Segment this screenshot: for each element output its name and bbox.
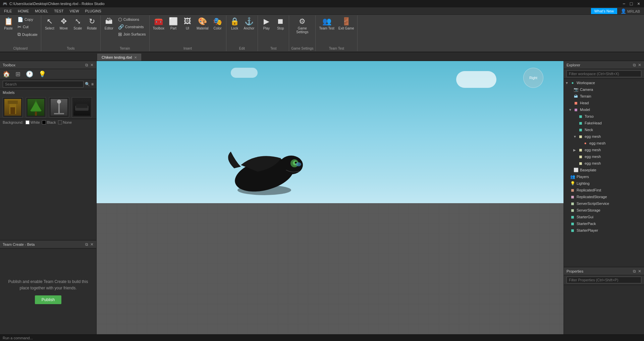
model-item-dark[interactable] [72,97,92,117]
filter-icon[interactable]: ≡ [91,82,94,87]
tree-egg-mesh-3[interactable]: ◼ egg mesh [564,153,644,160]
minimize-button[interactable]: − [621,1,627,6]
game-settings-button[interactable]: ⚙ Game Settings [295,16,310,35]
move-button[interactable]: ✥ Move [57,16,70,31]
tree-terrain[interactable]: 🏔 Terrain [564,93,644,100]
ground [97,203,564,334]
menu-test[interactable]: TEST [51,8,66,14]
join-surfaces-button[interactable]: ⊞ Join Surfaces [117,31,147,38]
properties-close-icon[interactable]: ✕ [638,269,641,274]
model-item-tree[interactable] [26,97,46,117]
toolbox-search-input[interactable] [3,81,84,88]
menu-model[interactable]: MODEL [32,8,51,14]
server-storage-label: ServerStorage [577,208,600,212]
egg-mesh-parent-arrow: ▼ [573,135,578,138]
menu-view[interactable]: VIEW [67,8,82,14]
tab-close-icon[interactable]: ✕ [134,56,137,59]
toolbox-panel: Toolbox ⧉ ✕ 🏠 ⊞ 🕐 💡 🔍 ≡ Models [0,61,96,240]
team-create-popout-icon[interactable]: ⧉ [85,242,88,247]
tree-model[interactable]: ▼ ◼ Model [564,106,644,113]
tree-replicated-first[interactable]: ◼ ReplicatedFirst [564,187,644,193]
tree-torso[interactable]: ◼ Torso [564,113,644,120]
tree-replicated-storage[interactable]: ◼ ReplicatedStorage [564,193,644,200]
character-model [214,128,315,195]
maximize-button[interactable]: □ [629,1,634,6]
color-button[interactable]: 🎭 Color [211,16,224,31]
select-button[interactable]: ↖ Select [43,16,56,31]
bg-none-option[interactable]: None [58,120,72,124]
cut-button[interactable]: ✂ Cut [16,23,39,30]
toolbox-popout-icon[interactable]: ⧉ [85,63,88,67]
material-button[interactable]: 🎨 Material [195,16,210,31]
team-create-close-icon[interactable]: ✕ [90,242,94,247]
menu-plugins[interactable]: PLUGINS [83,8,104,14]
rotate-button[interactable]: ↻ Rotate [86,16,98,31]
explorer-close-icon[interactable]: ✕ [638,63,641,67]
toolbox-tab-lighting[interactable]: 💡 [39,70,46,78]
play-button[interactable]: ▶ Play [260,16,273,31]
part-button[interactable]: ⬜ Part [167,16,180,31]
terrain-editor-button[interactable]: 🏔 Editor [103,16,115,31]
tree-neck[interactable]: ◼ Neck [564,126,644,133]
model-item-tower[interactable] [3,97,23,117]
tree-egg-mesh-parent[interactable]: ▼ ◼ egg mesh [564,133,644,140]
tree-players[interactable]: 👥 Players [564,173,644,180]
anchor-button[interactable]: ⚓ Anchor [243,16,256,31]
test-section: ▶ Play ⏹ Stop Test [258,15,289,51]
tree-egg-mesh-2[interactable]: ▶ ◼ egg mesh [564,147,644,153]
publish-button[interactable]: Publish [35,295,61,304]
whats-new-button[interactable]: What's New [591,8,617,14]
paste-button[interactable]: 📋 Paste [2,16,15,31]
copy-button[interactable]: 📄 Copy [16,16,39,23]
neck-label: Neck [585,128,593,132]
camera-icon: 📷 [573,87,579,92]
torso-icon: ◼ [578,114,583,119]
svg-marker-5 [30,102,42,111]
tree-fakehead[interactable]: ◼ FakeHead [564,120,644,126]
baseplate-icon: ⬜ [573,167,579,173]
tree-starter-player[interactable]: ◼ StarterPlayer [564,227,644,234]
tree-server-storage[interactable]: ◼ ServerStorage [564,207,644,214]
collisions-button[interactable]: ⬡ Collisions [117,16,147,23]
properties-popout-icon[interactable]: ⧉ [633,269,636,274]
toolbox-search-container: 🔍 ≡ [0,79,96,89]
tree-starter-pack[interactable]: ◼ StarterPack [564,220,644,227]
bg-black-option[interactable]: Black [42,120,56,124]
tab-chiken-testing[interactable]: Chiken testing.rbxl ✕ [97,54,141,61]
tree-workspace[interactable]: ▼ ● Workspace [564,79,644,86]
ui-button[interactable]: 🖼 UI [181,16,194,31]
tree-baseplate[interactable]: ⬜ Baseplate [564,167,644,173]
bg-white-option[interactable]: White [25,120,40,124]
terrain-label: Terrain [580,94,591,98]
exit-game-button[interactable]: 🚪 Exit Game [337,16,356,31]
tree-server-script-service[interactable]: ◼ ServerScriptService [564,200,644,207]
duplicate-button[interactable]: ⧉ Duplicate [16,31,39,38]
toolbox-tab-models[interactable]: 🏠 [3,70,10,78]
toolbox-button[interactable]: 🧰 Toolbox [152,16,166,31]
toolbox-tab-recent[interactable]: 🕐 [26,70,33,78]
viewport[interactable]: Right [97,61,564,334]
scale-button[interactable]: ⤡ Scale [71,16,84,31]
tree-camera[interactable]: 📷 Camera [564,86,644,93]
constraints-button[interactable]: 🔗 Constraints [117,23,147,30]
explorer-popout-icon[interactable]: ⧉ [633,63,636,67]
tree-lighting[interactable]: 💡 Lighting [564,180,644,187]
menu-file[interactable]: FILE [1,8,14,14]
model-item-lamp[interactable] [49,97,69,117]
bg-none-label: None [63,120,72,124]
toolbox-tab-items[interactable]: ⊞ [15,70,20,78]
lock-button[interactable]: 🔒 Lock [228,16,241,31]
menu-home[interactable]: HOME [15,8,32,14]
toolbox-close-icon[interactable]: ✕ [90,63,94,67]
close-button[interactable]: × [636,1,641,6]
fakehead-label: FakeHead [585,121,602,125]
tree-egg-mesh-child[interactable]: ● egg mesh [564,140,644,147]
properties-filter-input[interactable] [567,277,641,283]
explorer-filter-input[interactable] [567,70,641,77]
stop-button[interactable]: ⏹ Stop [274,16,287,31]
tree-starter-gui[interactable]: ◼ StarterGui [564,214,644,220]
team-button[interactable]: 👥 Team Test [318,16,335,31]
tree-head[interactable]: ◼ Head [564,100,644,106]
tree-egg-mesh-4[interactable]: ◼ egg mesh [564,160,644,167]
part-icon: ⬜ [169,17,178,26]
